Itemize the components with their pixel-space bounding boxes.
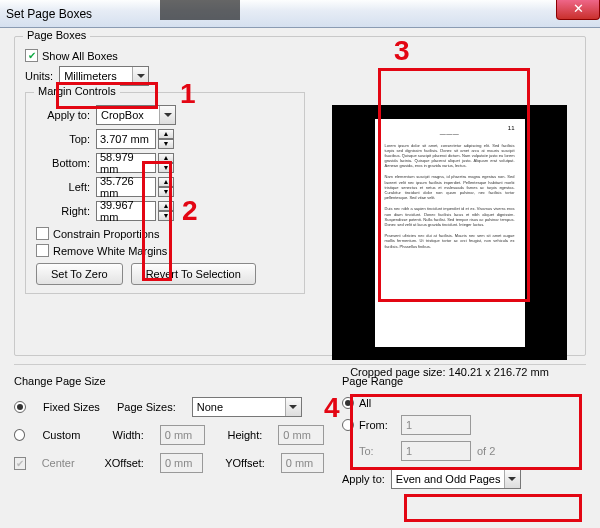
fixed-sizes-label: Fixed Sizes [43, 401, 105, 413]
top-input[interactable]: 3.707 mm [96, 129, 156, 149]
remove-white-margins-label: Remove White Margins [53, 245, 167, 257]
chevron-down-icon [285, 398, 301, 416]
xoffset-input[interactable]: 0 mm [160, 453, 203, 473]
left-spinner[interactable]: ▲▼ [158, 177, 174, 197]
yoffset-label: YOffset: [225, 457, 265, 469]
yoffset-input[interactable]: 0 mm [281, 453, 324, 473]
margin-apply-to-select[interactable]: CropBox [96, 105, 176, 125]
units-select[interactable]: Millimeters [59, 66, 149, 86]
change-page-size-legend: Change Page Size [14, 375, 324, 387]
width-input[interactable]: 0 mm [160, 425, 206, 445]
height-input[interactable]: 0 mm [278, 425, 324, 445]
range-apply-to-select[interactable]: Even and Odd Pages [391, 469, 521, 489]
from-label: From: [359, 419, 401, 431]
tab-shadow [160, 0, 240, 20]
right-input[interactable]: 39.967 mm [96, 201, 156, 221]
constrain-proportions-checkbox[interactable] [36, 227, 49, 240]
of-label: of 2 [477, 445, 495, 457]
preview-area: 11 ——— Lorem ipsum dolor sit amet, conse… [332, 105, 567, 378]
page-thumbnail: 11 ——— Lorem ipsum dolor sit amet, conse… [375, 119, 525, 347]
bottom-spinner[interactable]: ▲▼ [158, 153, 174, 173]
fixed-sizes-radio[interactable] [14, 401, 26, 413]
from-input[interactable]: 1 [401, 415, 471, 435]
right-label: Right: [36, 205, 90, 217]
custom-label: Custom [42, 429, 100, 441]
margin-controls-group: Margin Controls Apply to: CropBox Top: 3… [25, 92, 305, 294]
set-to-zero-button[interactable]: Set To Zero [36, 263, 123, 285]
revert-to-selection-button[interactable]: Revert To Selection [131, 263, 256, 285]
range-apply-to-label: Apply to: [342, 473, 385, 485]
window-titlebar: Set Page Boxes ✕ [0, 0, 600, 28]
window-title: Set Page Boxes [6, 7, 92, 21]
all-radio[interactable] [342, 397, 354, 409]
apply-to-label: Apply to: [36, 109, 90, 121]
top-spinner[interactable]: ▲▼ [158, 129, 174, 149]
page-sizes-select[interactable]: None [192, 397, 302, 417]
bottom-input[interactable]: 58.979 mm [96, 153, 156, 173]
remove-white-margins-checkbox[interactable] [36, 244, 49, 257]
left-input[interactable]: 35.726 mm [96, 177, 156, 197]
change-page-size-group: Change Page Size Fixed Sizes Page Sizes:… [14, 375, 324, 495]
page-boxes-group: Page Boxes ✔ Show All Boxes Units: Milli… [14, 36, 586, 356]
xoffset-label: XOffset: [104, 457, 144, 469]
top-label: Top: [36, 133, 90, 145]
chevron-down-icon [132, 67, 148, 85]
left-label: Left: [36, 181, 90, 193]
cropped-page-size-label: Cropped page size: 140.21 x 216.72 mm [332, 366, 567, 378]
height-label: Height: [227, 429, 262, 441]
units-value: Millimeters [64, 70, 117, 82]
custom-radio[interactable] [14, 429, 25, 441]
bottom-label: Bottom: [36, 157, 90, 169]
to-input[interactable]: 1 [401, 441, 471, 461]
page-boxes-legend: Page Boxes [23, 29, 90, 41]
center-label: Center [42, 457, 93, 469]
page-preview: 11 ——— Lorem ipsum dolor sit amet, conse… [332, 105, 567, 360]
chevron-down-icon [504, 470, 520, 488]
page-range-group: Page Range All From: 1 To: 1 of 2 Apply … [342, 375, 572, 495]
show-all-boxes-label: Show All Boxes [42, 50, 118, 62]
right-spinner[interactable]: ▲▼ [158, 201, 174, 221]
units-label: Units: [25, 70, 53, 82]
from-radio[interactable] [342, 419, 354, 431]
chevron-down-icon [159, 106, 175, 124]
all-label: All [359, 397, 371, 409]
margin-controls-legend: Margin Controls [34, 85, 120, 97]
margin-apply-to-value: CropBox [101, 109, 144, 121]
to-label: To: [359, 445, 401, 457]
width-label: Width: [113, 429, 144, 441]
constrain-proportions-label: Constrain Proportions [53, 228, 159, 240]
close-button[interactable]: ✕ [556, 0, 600, 20]
show-all-boxes-checkbox[interactable]: ✔ [25, 49, 38, 62]
center-checkbox[interactable]: ✔ [14, 457, 26, 470]
page-sizes-label: Page Sizes: [117, 401, 176, 413]
